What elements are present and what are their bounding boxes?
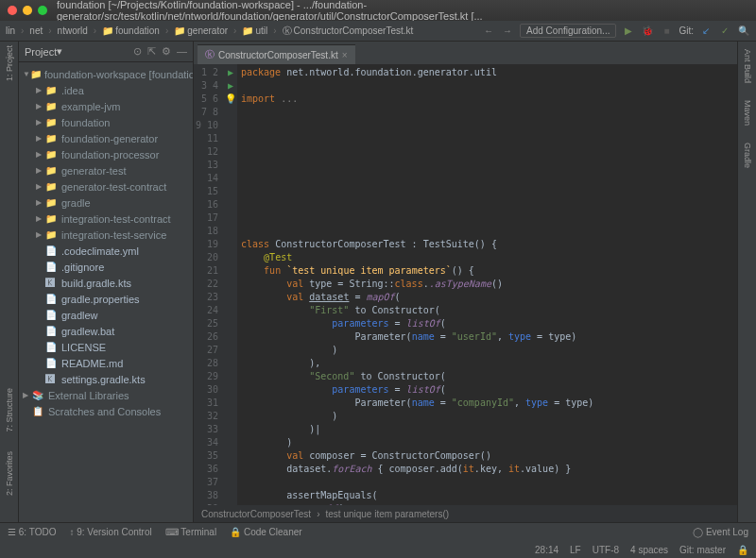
status-terminal[interactable]: ⌨ Terminal: [165, 527, 216, 537]
search-icon[interactable]: 🔍: [737, 25, 750, 38]
tree-file[interactable]: README.md: [61, 358, 123, 369]
tree-folder[interactable]: generator-test: [61, 165, 126, 177]
indent[interactable]: 4 spaces: [630, 545, 668, 555]
rail-gradle[interactable]: Gradle: [743, 143, 752, 168]
rail-maven[interactable]: Maven: [743, 100, 752, 126]
line-gutter[interactable]: 1 2 3 4 5 6 7 8 9 10 11 12 13 14 15 16 1…: [194, 64, 224, 505]
stop-icon: ■: [660, 25, 673, 38]
caret-position[interactable]: 28:14: [535, 545, 558, 555]
tree-file[interactable]: gradle.properties: [61, 294, 140, 305]
tree-folder[interactable]: gradle: [61, 197, 91, 209]
git-update-icon[interactable]: ↙: [699, 25, 713, 38]
tree-file[interactable]: build.gradle.kts: [61, 278, 131, 289]
encoding[interactable]: UTF-8: [593, 545, 619, 555]
breadcrumb-item[interactable]: ⓚ ConstructorComposerTest.kt: [283, 25, 414, 38]
crumb[interactable]: ConstructorComposerTest: [201, 509, 311, 519]
sidebar-title[interactable]: Project: [25, 46, 57, 58]
status-bar: ☰ 6: TODO ↕ 9: Version Control ⌨ Termina…: [0, 522, 756, 541]
sidebar-header: Project ▾ ⊙ ⇱ ⚙ —: [19, 42, 193, 62]
close-tab-icon[interactable]: ×: [342, 50, 348, 60]
editor-breadcrumbs[interactable]: ConstructorComposerTest › test unique it…: [194, 505, 737, 522]
tab-label: ConstructorComposerTest.kt: [218, 50, 338, 60]
run-config-dropdown[interactable]: Add Configuration...: [520, 24, 616, 38]
rail-structure[interactable]: 7: Structure: [5, 388, 14, 432]
tree-folder[interactable]: integration-test-contract: [61, 213, 171, 225]
lock-icon[interactable]: 🔒: [737, 545, 748, 555]
line-sep[interactable]: LF: [570, 545, 581, 555]
project-tree[interactable]: ▼📁foundation-workspace [foundation ▶📁.id…: [19, 62, 193, 423]
close-window-icon[interactable]: [8, 6, 17, 15]
rail-ant[interactable]: Ant Build: [743, 49, 752, 83]
editor-tab[interactable]: ⓚ ConstructorComposerTest.kt ×: [198, 44, 355, 64]
status-eventlog[interactable]: ◯ Event Log: [693, 527, 748, 537]
breadcrumb-item[interactable]: 📁 util: [242, 25, 267, 36]
breadcrumb-item[interactable]: net: [29, 25, 43, 36]
breadcrumb-item[interactable]: lin: [6, 25, 15, 36]
tree-root[interactable]: foundation-workspace [foundation: [44, 69, 193, 80]
tree-file[interactable]: LICENSE: [61, 342, 106, 353]
collapse-icon[interactable]: ⇱: [147, 45, 156, 58]
git-commit-icon[interactable]: ✓: [718, 25, 731, 38]
minimize-window-icon[interactable]: [23, 6, 32, 15]
tree-folder[interactable]: foundation: [61, 117, 110, 128]
git-branch[interactable]: Git: master: [679, 545, 726, 555]
status-cleaner[interactable]: 🔒 Code Cleaner: [230, 527, 302, 537]
tree-file[interactable]: .gitignore: [61, 262, 104, 273]
zoom-window-icon[interactable]: [38, 6, 47, 15]
tree-folder[interactable]: .idea: [61, 85, 84, 96]
locate-icon[interactable]: ⊙: [133, 45, 142, 58]
rail-project[interactable]: 1: Project: [5, 45, 14, 81]
project-sidebar: Project ▾ ⊙ ⇱ ⚙ — ▼📁foundation-workspace…: [19, 42, 194, 522]
gutter-marks[interactable]: ▶ ▶ 💡: [224, 64, 237, 505]
breadcrumb-item[interactable]: ntworld: [58, 25, 88, 36]
window-titlebar: foundation [~/Projects/Kotlin/foundation…: [0, 0, 756, 21]
crumb[interactable]: test unique item parameters(): [326, 509, 450, 519]
run-icon[interactable]: ▶: [622, 25, 635, 38]
tree-folder[interactable]: integration-test-service: [61, 229, 166, 241]
tree-scratches[interactable]: Scratches and Consoles: [48, 406, 161, 417]
right-tool-rail: Ant Build Maven Gradle: [737, 42, 756, 522]
status-vcs[interactable]: ↕ 9: Version Control: [69, 527, 151, 537]
window-controls: [8, 6, 47, 15]
status-todo[interactable]: ☰ 6: TODO: [8, 527, 56, 537]
tree-file[interactable]: settings.gradle.kts: [61, 374, 146, 385]
gear-icon[interactable]: ⚙: [162, 45, 171, 58]
code-editor[interactable]: package net.ntworld.foundation.generator…: [237, 64, 737, 505]
tree-folder[interactable]: generator-test-contract: [61, 181, 166, 193]
tree-file[interactable]: .codeclimate.yml: [61, 245, 139, 257]
breadcrumb-item[interactable]: 📁 generator: [174, 25, 228, 36]
status-bar-2: 28:14 LF UTF-8 4 spaces Git: master 🔒: [0, 541, 756, 558]
tree-folder[interactable]: example-jvm: [61, 101, 120, 112]
back-icon[interactable]: ←: [482, 25, 495, 38]
debug-icon[interactable]: 🐞: [641, 25, 654, 38]
navigation-toolbar: lin› net› ntworld› 📁 foundation› 📁 gener…: [0, 21, 756, 42]
tree-file[interactable]: gradlew: [61, 310, 98, 321]
git-label: Git:: [679, 25, 694, 36]
tree-folder[interactable]: foundation-processor: [61, 149, 159, 161]
editor-area: ⓚ ConstructorComposerTest.kt × 1 2 3 4 5…: [194, 42, 737, 522]
tree-file[interactable]: gradlew.bat: [61, 326, 114, 337]
rail-favorites[interactable]: 2: Favorites: [5, 451, 14, 496]
tree-folder[interactable]: foundation-generator: [61, 133, 158, 144]
hide-icon[interactable]: —: [177, 45, 187, 58]
tree-external-libs[interactable]: External Libraries: [48, 390, 129, 401]
breadcrumb-item[interactable]: 📁 foundation: [102, 25, 160, 36]
window-title: foundation [~/Projects/Kotlin/foundation…: [57, 0, 748, 22]
editor-tabs: ⓚ ConstructorComposerTest.kt ×: [194, 42, 737, 64]
left-tool-rail: 1: Project 7: Structure 2: Favorites: [0, 42, 19, 522]
fwd-icon[interactable]: →: [501, 25, 514, 38]
